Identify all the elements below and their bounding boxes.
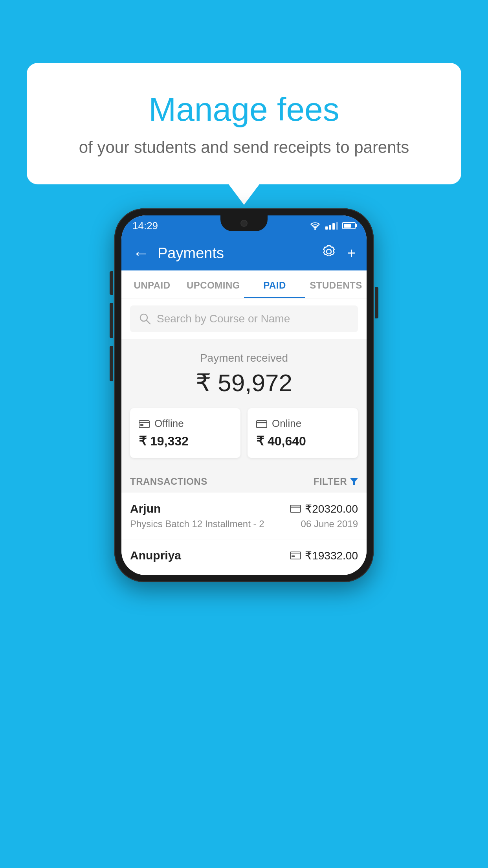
transaction-name-1: Arjun [130, 502, 161, 515]
page-title: Payments [158, 245, 321, 262]
speech-bubble-title: Manage fees [50, 90, 438, 129]
online-card-header: Online [256, 417, 349, 430]
transaction-date-1: 06 June 2019 [301, 519, 358, 530]
phone-screen: 14:29 [121, 215, 367, 575]
transactions-header: TRANSACTIONS FILTER [121, 469, 367, 493]
wifi-icon [309, 221, 321, 230]
status-time: 14:29 [132, 220, 158, 232]
offline-icon [139, 419, 150, 428]
svg-marker-8 [350, 478, 358, 485]
power-button [375, 287, 378, 318]
front-camera [240, 220, 248, 227]
search-container: Search by Course or Name [121, 298, 367, 339]
svg-point-0 [314, 228, 316, 230]
offline-payment-icon [290, 552, 301, 559]
filter-icon [350, 478, 358, 485]
phone-mockup: 14:29 [114, 208, 374, 582]
transaction-row: Arjun ₹20320.00 Physics Batch 12 Install… [121, 493, 367, 539]
battery-icon [342, 222, 356, 229]
notch [220, 215, 268, 231]
svg-rect-6 [257, 421, 267, 428]
phone-outer: 14:29 [114, 208, 374, 582]
tab-unpaid[interactable]: UNPAID [121, 270, 183, 298]
offline-card-header: Offline [139, 417, 232, 430]
transaction-bottom-1: Physics Batch 12 Installment - 2 06 June… [130, 519, 358, 530]
payment-summary: Payment received ₹ 59,972 [121, 339, 367, 408]
tab-paid[interactable]: PAID [244, 270, 305, 298]
offline-amount: ₹ 19,332 [139, 434, 232, 449]
transaction-name-2: Anupriya [130, 549, 181, 562]
online-payment-icon [290, 505, 301, 513]
transaction-amount-2: ₹19332.00 [290, 549, 358, 562]
add-button[interactable]: + [347, 245, 356, 261]
offline-label: Offline [154, 417, 184, 430]
svg-rect-11 [290, 552, 301, 559]
search-placeholder: Search by Course or Name [157, 313, 290, 325]
speech-bubble-subtitle: of your students and send receipts to pa… [50, 138, 438, 157]
transaction-amount-value-1: ₹20320.00 [305, 502, 358, 515]
tabs-bar: UNPAID UPCOMING PAID STUDENTS [121, 270, 367, 298]
svg-rect-5 [140, 424, 143, 426]
svg-rect-3 [139, 421, 149, 428]
transactions-label: TRANSACTIONS [130, 476, 207, 487]
transaction-amount-value-2: ₹19332.00 [305, 549, 358, 562]
search-icon [139, 313, 151, 325]
filter-button[interactable]: FILTER [314, 476, 358, 487]
transaction-course-1: Physics Batch 12 Installment - 2 [130, 519, 264, 530]
status-bar: 14:29 [121, 215, 367, 236]
transaction-top-2: Anupriya ₹19332.00 [130, 549, 358, 562]
speech-bubble: Manage fees of your students and send re… [27, 63, 461, 184]
app-header: ← Payments + [121, 236, 367, 270]
status-icons [309, 221, 356, 230]
online-label: Online [272, 417, 301, 430]
transaction-row: Anupriya ₹19332.00 [121, 539, 367, 575]
silent-button [110, 346, 113, 381]
offline-payment-card: Offline ₹ 19,332 [130, 408, 240, 458]
tab-upcoming[interactable]: UPCOMING [183, 270, 244, 298]
back-button[interactable]: ← [132, 245, 150, 262]
transaction-top-1: Arjun ₹20320.00 [130, 502, 358, 515]
tab-students[interactable]: STUDENTS [305, 270, 367, 298]
online-amount: ₹ 40,640 [256, 434, 349, 449]
header-icons: + [321, 244, 356, 263]
online-payment-card: Online ₹ 40,640 [248, 408, 358, 458]
search-bar[interactable]: Search by Course or Name [130, 305, 358, 332]
svg-rect-13 [292, 555, 295, 557]
signal-icon [325, 222, 338, 230]
volume-down-button [110, 303, 113, 338]
speech-bubble-container: Manage fees of your students and send re… [27, 63, 461, 184]
settings-button[interactable] [321, 244, 336, 263]
svg-rect-9 [290, 505, 301, 512]
payment-total-amount: ₹ 59,972 [130, 368, 358, 397]
online-icon [256, 419, 267, 428]
svg-line-2 [147, 320, 150, 324]
filter-label: FILTER [314, 476, 347, 487]
volume-up-button [110, 271, 113, 295]
payment-cards: Offline ₹ 19,332 Online ₹ 40,640 [121, 408, 367, 469]
transaction-amount-1: ₹20320.00 [290, 502, 358, 515]
payment-received-label: Payment received [130, 352, 358, 364]
